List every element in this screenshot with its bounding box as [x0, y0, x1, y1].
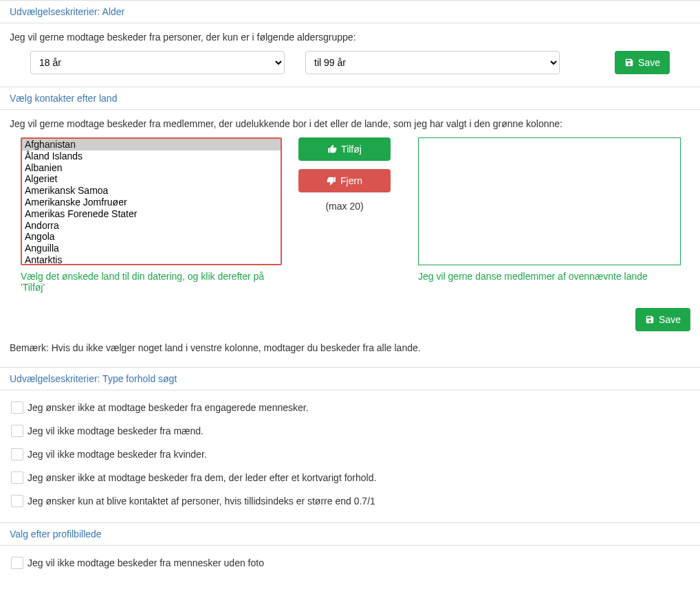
checkbox[interactable] — [11, 401, 23, 414]
remove-country-button[interactable]: Fjern — [298, 169, 391, 192]
checkbox[interactable] — [11, 557, 23, 569]
country-option[interactable]: Åland Islands — [22, 151, 281, 162]
country-option[interactable]: Angola — [22, 231, 281, 243]
section-body-age: Jeg vil gerne modtage beskeder fra perso… — [0, 23, 700, 87]
checkbox[interactable] — [11, 448, 23, 460]
relationship-option-label: Jeg vil ikke modtage beskeder fra kvinde… — [28, 449, 207, 460]
add-label: Tilføj — [341, 144, 362, 155]
country-option[interactable]: Andorra — [22, 220, 281, 232]
relationship-option[interactable]: Jeg vil ikke modtage beskeder fra mænd. — [1, 419, 699, 443]
section-title-country: Vælg kontakter efter land — [0, 87, 700, 110]
age-from-select[interactable]: 18 år — [30, 51, 285, 74]
save-icon — [645, 315, 655, 324]
country-description: Jeg vil gerne modtage beskeder fra medle… — [10, 118, 690, 129]
selected-countries-box[interactable] — [418, 137, 681, 265]
country-option[interactable]: Amerikas Forenede Stater — [22, 208, 281, 220]
photo-options: Jeg vil ikke modtage beskeder fra mennes… — [0, 546, 700, 584]
section-title-relationship: Udvælgelseskriterier: Type forhold søgt — [0, 367, 700, 390]
available-countries-list[interactable]: AfghanistanÅland IslandsAlbanienAlgeriet… — [21, 137, 282, 265]
country-option[interactable]: Albanien — [22, 162, 281, 174]
relationship-option-label: Jeg vil ikke modtage beskeder fra mænd. — [28, 425, 204, 436]
relationship-options: Jeg ønsker ikke at modtage beskeder fra … — [0, 390, 700, 522]
age-to-select[interactable]: til 99 år — [305, 51, 560, 74]
country-option[interactable]: Antarktis — [22, 254, 281, 265]
save-icon — [624, 58, 634, 67]
max-note: (max 20) — [293, 201, 396, 212]
right-hint: Jeg vil gerne danse medlemmer af ovennæv… — [418, 271, 681, 282]
country-option[interactable]: Afghanistan — [22, 139, 281, 151]
relationship-option-label: Jeg ønsker ikke at modtage beskeder fra … — [28, 472, 376, 483]
country-option[interactable]: Amerikansk Samoa — [22, 185, 281, 197]
left-hint: Vælg det ønskede land til din datering, … — [21, 271, 282, 293]
save-age-button[interactable]: Save — [615, 51, 670, 74]
country-option[interactable]: Amerikanske Jomfruøer — [22, 197, 281, 208]
section-title-photo: Valg efter profilbillede — [0, 522, 700, 546]
relationship-option[interactable]: Jeg ønsker kun at blive kontaktet af per… — [1, 489, 699, 513]
photo-option[interactable]: Jeg vil ikke modtage beskeder fra mennes… — [1, 551, 699, 575]
photo-option-label: Jeg vil ikke modtage beskeder fra mennes… — [28, 557, 264, 568]
relationship-option[interactable]: Jeg vil ikke modtage beskeder fra kvinde… — [1, 443, 699, 466]
save-age-label: Save — [638, 57, 660, 68]
relationship-option[interactable]: Jeg ønsker ikke at modtage beskeder fra … — [1, 396, 699, 419]
add-country-button[interactable]: Tilføj — [298, 137, 391, 161]
relationship-option-label: Jeg ønsker ikke at modtage beskeder fra … — [28, 402, 309, 413]
section-title-age: Udvælgelseskriterier: Alder — [0, 0, 700, 23]
checkbox[interactable] — [11, 495, 23, 507]
country-option[interactable]: Algeriet — [22, 173, 281, 185]
thumbs-up-icon — [327, 144, 337, 154]
save-country-button[interactable]: Save — [635, 308, 690, 331]
checkbox[interactable] — [11, 425, 23, 437]
country-note: Bemærk: Hvis du ikke vælger noget land i… — [0, 340, 700, 367]
relationship-option-label: Jeg ønsker kun at blive kontaktet af per… — [28, 496, 375, 507]
save-country-label: Save — [659, 314, 681, 325]
age-description: Jeg vil gerne modtage beskeder fra perso… — [10, 32, 690, 43]
relationship-option[interactable]: Jeg ønsker ikke at modtage beskeder fra … — [1, 466, 699, 489]
remove-label: Fjern — [340, 175, 362, 186]
country-option[interactable]: Anguilla — [22, 243, 281, 254]
section-body-country: Jeg vil gerne modtage beskeder fra medle… — [0, 110, 700, 305]
thumbs-down-icon — [327, 176, 336, 186]
checkbox[interactable] — [11, 471, 23, 484]
